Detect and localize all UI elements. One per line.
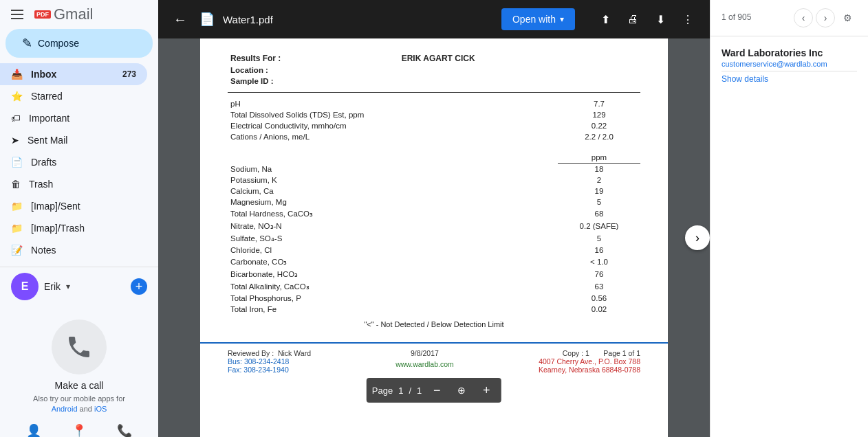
send-icon: ➤	[11, 135, 19, 146]
pdf-viewer: Results For : ERIK AGART CICK Location :…	[158, 38, 710, 437]
show-details-link[interactable]: Show details	[721, 74, 857, 84]
sidebar-item-label: Starred	[31, 91, 63, 102]
open-with-label: Open with	[512, 14, 556, 25]
upload-icon[interactable]: ⬆	[594, 8, 616, 30]
ios-link[interactable]: iOS	[94, 405, 107, 413]
sender-name: Ward Laboratories Inc	[721, 47, 823, 58]
print-icon[interactable]: 🖨	[622, 8, 644, 30]
folder-icon: 📁	[11, 223, 23, 234]
label-icon: 🏷	[11, 113, 21, 124]
user-chevron-icon: ▾	[66, 282, 70, 291]
make-call-text: Make a call	[11, 380, 147, 391]
draft-icon: 📄	[11, 157, 23, 168]
sidebar: PDF Gmail ✎ Compose 📥 Inbox 273 ⭐ Starre…	[0, 0, 158, 437]
sidebar-item-label: [Imap]/Sent	[31, 201, 80, 212]
next-email-arrow[interactable]: ›	[816, 8, 835, 27]
hamburger-icon[interactable]	[11, 6, 28, 23]
topbar-icons: ⬆ 🖨 ⬇ ⋮	[594, 8, 699, 30]
gmail-logo-text: Gmail	[54, 5, 93, 23]
star-icon: ⭐	[11, 91, 23, 102]
sidebar-item-sent[interactable]: ➤ Sent Mail	[0, 129, 147, 151]
page-controls: Page 1 / 1 − ⊕ +	[367, 378, 501, 403]
total-pages: 1	[417, 385, 422, 396]
pdf-file-icon: 📄	[199, 12, 215, 27]
sidebar-item-starred[interactable]: ⭐ Starred	[0, 85, 147, 107]
zoom-in-button[interactable]: +	[477, 381, 496, 400]
inbox-count: 273	[122, 69, 136, 79]
divider	[721, 71, 857, 71]
sidebar-item-notes[interactable]: 📝 Notes	[0, 239, 147, 261]
sidebar-item-label: Trash	[29, 179, 53, 190]
next-email-button[interactable]: ›	[685, 225, 710, 250]
pdf-footer: Reviewed By : Nick Ward Bus: 308-234-241…	[200, 342, 668, 379]
sidebar-item-label: [Imap]/Trash	[31, 223, 85, 234]
page-label: Page	[372, 385, 393, 396]
pdf-filename: Water1.pdf	[223, 14, 493, 25]
sidebar-item-label: Sent Mail	[28, 135, 67, 146]
zoom-icon[interactable]: ⊕	[452, 381, 471, 400]
sidebar-item-label: Inbox	[31, 69, 56, 80]
location-icon[interactable]: 📍	[71, 423, 87, 437]
avatar-letter: E	[21, 280, 29, 293]
open-with-button[interactable]: Open with ▾	[501, 8, 575, 30]
prev-email-arrow[interactable]: ‹	[794, 8, 813, 27]
email-meta: Ward Laboratories Inc customerservice@wa…	[710, 36, 868, 92]
sidebar-item-trash[interactable]: 🗑 Trash	[0, 173, 147, 195]
avatar[interactable]: E	[11, 273, 39, 300]
add-account-button[interactable]: +	[131, 278, 147, 295]
compose-button[interactable]: ✎ Compose	[6, 29, 153, 58]
pdf-content: Results For : ERIK AGART CICK Location :…	[200, 38, 668, 342]
sidebar-header: PDF Gmail	[0, 0, 158, 29]
compose-plus-icon: ✎	[22, 36, 32, 51]
trash-icon: 🗑	[11, 179, 21, 190]
sender-email: customerservice@wardlab.com	[721, 60, 857, 68]
right-panel-header: 1 of 905 ‹ › ⚙	[710, 0, 868, 36]
zoom-out-button[interactable]: −	[427, 381, 446, 400]
call-icon[interactable]: 📞	[116, 423, 133, 437]
compose-label: Compose	[38, 38, 79, 49]
sidebar-item-important[interactable]: 🏷 Important	[0, 107, 147, 129]
settings-icon[interactable]: ⚙	[838, 8, 857, 27]
pdf-page: Results For : ERIK AGART CICK Location :…	[200, 38, 668, 437]
android-link[interactable]: Android	[52, 405, 78, 413]
back-button[interactable]: ←	[169, 8, 191, 30]
phone-circle	[52, 320, 107, 374]
main-content: ← 📄 Water1.pdf Open with ▾ ⬆ 🖨 ⬇ ⋮ Resul…	[158, 0, 710, 437]
right-panel: 1 of 905 ‹ › ⚙ Ward Laboratories Inc cus…	[710, 0, 868, 437]
sidebar-nav: 📥 Inbox 273 ⭐ Starred 🏷 Important ➤ Sent…	[0, 63, 158, 261]
sidebar-item-label: Notes	[31, 245, 56, 256]
email-count: 1 of 905	[721, 12, 751, 27]
dropdown-arrow-icon: ▾	[560, 14, 564, 24]
pdf-topbar: ← 📄 Water1.pdf Open with ▾ ⬆ 🖨 ⬇ ⋮	[158, 0, 710, 38]
pdf-badge: PDF	[34, 10, 51, 19]
phone-icon	[65, 333, 93, 361]
sidebar-bottom-icons: 👤 📍 📞	[11, 423, 147, 437]
sidebar-item-label: Important	[29, 113, 69, 124]
contacts-icon[interactable]: 👤	[25, 423, 42, 437]
notes-icon: 📝	[11, 245, 23, 256]
sidebar-item-imap-sent[interactable]: 📁 [Imap]/Sent	[0, 195, 147, 217]
inbox-icon: 📥	[11, 69, 23, 80]
gmail-logo: PDF Gmail	[34, 5, 93, 23]
sidebar-item-inbox[interactable]: 📥 Inbox 273	[0, 63, 147, 85]
user-row[interactable]: E Erik ▾ +	[11, 273, 147, 300]
more-options-icon[interactable]: ⋮	[677, 8, 699, 30]
mobile-apps-text: Also try our mobile apps for Android and…	[11, 394, 147, 415]
download-icon[interactable]: ⬇	[649, 8, 671, 30]
user-name: Erik	[44, 281, 61, 292]
current-page: 1	[398, 385, 403, 396]
sidebar-item-label: Drafts	[31, 157, 56, 168]
page-separator: /	[409, 385, 411, 396]
sidebar-item-drafts[interactable]: 📄 Drafts	[0, 151, 147, 173]
sidebar-item-imap-trash[interactable]: 📁 [Imap]/Trash	[0, 217, 147, 239]
folder-icon: 📁	[11, 201, 23, 212]
